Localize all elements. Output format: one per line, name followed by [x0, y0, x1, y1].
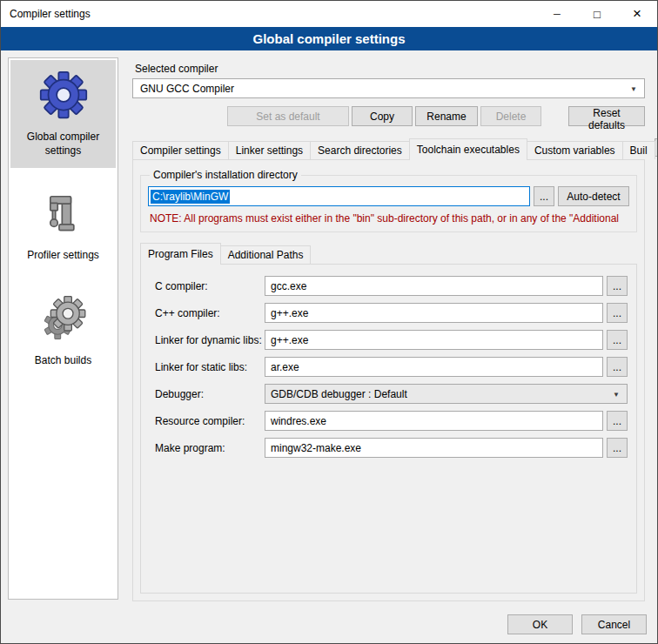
copy-button[interactable]: Copy	[352, 106, 413, 126]
main-area: Selected compiler GNU GCC Compiler ▼ Set…	[127, 57, 650, 610]
static-linker-input[interactable]: ar.exe	[265, 357, 603, 377]
sidebar-item-label: Global compiler settings	[13, 131, 113, 158]
c-compiler-label: C compiler:	[155, 280, 265, 292]
field-row-static-linker: Linker for static libs: ar.exe ...	[155, 357, 628, 377]
install-dir-input[interactable]: C:\raylib\MinGW	[148, 186, 530, 206]
close-button[interactable]: ×	[617, 1, 657, 27]
dialog-content: Global compiler settings	[1, 50, 657, 610]
sidebar-item-label: Profiler settings	[27, 249, 99, 263]
tab-search-directories[interactable]: Search directories	[310, 141, 410, 159]
toolchain-executables-panel: Compiler's installation directory C:\ray…	[132, 159, 645, 601]
maximize-icon: □	[594, 8, 601, 21]
page-header: Global compiler settings	[1, 27, 657, 50]
set-as-default-button[interactable]: Set as default	[227, 106, 349, 126]
close-icon: ×	[633, 5, 641, 23]
autodetect-button[interactable]: Auto-detect	[558, 186, 629, 206]
field-row-make-program: Make program: mingw32-make.exe ...	[155, 438, 628, 458]
chevron-down-icon: ▼	[613, 390, 620, 398]
dynamic-linker-browse-button[interactable]: ...	[607, 330, 628, 350]
program-subtabs: Program Files Additional Paths	[140, 242, 637, 264]
note-text: NOTE: All programs must exist either in …	[150, 212, 628, 225]
ok-button[interactable]: OK	[507, 614, 573, 634]
minimize-button[interactable]: ─	[537, 1, 577, 27]
cpp-compiler-label: C++ compiler:	[155, 307, 265, 319]
cpp-compiler-input[interactable]: g++.exe	[265, 303, 603, 323]
make-program-label: Make program:	[155, 442, 265, 454]
field-row-debugger: Debugger: GDB/CDB debugger : Default ▼	[155, 384, 628, 404]
c-compiler-browse-button[interactable]: ...	[607, 276, 628, 296]
sidebar-item-profiler-settings[interactable]: Profiler settings	[10, 180, 116, 273]
install-dir-group: Compiler's installation directory C:\ray…	[140, 169, 637, 232]
sidebar-item-label: Batch builds	[35, 354, 91, 368]
window-controls: ─ □ ×	[537, 1, 657, 27]
static-linker-browse-button[interactable]: ...	[607, 357, 628, 377]
debugger-value: GDB/CDB debugger : Default	[271, 388, 407, 400]
tab-linker-settings[interactable]: Linker settings	[228, 141, 311, 159]
dynamic-linker-input[interactable]: g++.exe	[265, 330, 603, 350]
subtab-additional-paths[interactable]: Additional Paths	[220, 245, 312, 264]
delete-button[interactable]: Delete	[480, 106, 541, 126]
profiler-icon	[40, 191, 87, 241]
compiler-settings-window: Compiler settings ─ □ × Global compiler …	[0, 0, 658, 644]
field-row-c-compiler: C compiler: gcc.exe ...	[155, 276, 628, 296]
tab-custom-variables[interactable]: Custom variables	[527, 141, 623, 159]
sidebar-item-batch-builds[interactable]: Batch builds	[10, 285, 116, 379]
field-row-cpp-compiler: C++ compiler: g++.exe ...	[155, 303, 628, 323]
window-title: Compiler settings	[1, 1, 537, 27]
tab-toolchain-executables[interactable]: Toolchain executables	[409, 138, 527, 160]
maximize-button[interactable]: □	[577, 1, 617, 27]
debugger-dropdown[interactable]: GDB/CDB debugger : Default ▼	[265, 384, 628, 404]
selected-compiler-value: GNU GCC Compiler	[140, 83, 234, 95]
sidebar-item-global-compiler-settings[interactable]: Global compiler settings	[10, 60, 116, 168]
cancel-button[interactable]: Cancel	[581, 614, 647, 634]
compiler-buttons-row: Set as default Copy Rename Delete Reset …	[132, 106, 645, 126]
sidebar: Global compiler settings	[8, 57, 118, 600]
cpp-compiler-browse-button[interactable]: ...	[607, 303, 628, 323]
tabstrip: Compiler settings Linker settings Search…	[132, 138, 645, 159]
titlebar: Compiler settings ─ □ ×	[1, 1, 657, 27]
resource-compiler-input[interactable]: windres.exe	[265, 411, 603, 431]
field-row-dynamic-linker: Linker for dynamic libs: g++.exe ...	[155, 330, 628, 350]
make-program-browse-button[interactable]: ...	[607, 438, 628, 458]
install-dir-browse-button[interactable]: ...	[534, 186, 554, 206]
subtab-program-files[interactable]: Program Files	[140, 243, 221, 265]
dialog-footer: OK Cancel	[1, 610, 657, 643]
tab-build-truncated[interactable]: Buil	[622, 141, 655, 159]
dynamic-linker-label: Linker for dynamic libs:	[155, 334, 265, 346]
install-dir-row: C:\raylib\MinGW ... Auto-detect	[148, 186, 629, 206]
batch-builds-icon	[40, 296, 87, 346]
tab-compiler-settings[interactable]: Compiler settings	[132, 141, 229, 159]
selected-compiler-dropdown[interactable]: GNU GCC Compiler ▼	[132, 78, 645, 98]
c-compiler-input[interactable]: gcc.exe	[265, 276, 603, 296]
minimize-icon: ─	[554, 9, 561, 19]
resource-compiler-browse-button[interactable]: ...	[607, 411, 628, 431]
static-linker-label: Linker for static libs:	[155, 361, 265, 373]
rename-button[interactable]: Rename	[415, 106, 478, 126]
install-dir-group-title: Compiler's installation directory	[150, 169, 301, 181]
field-row-resource-compiler: Resource compiler: windres.exe ...	[155, 411, 628, 431]
program-files-panel: C compiler: gcc.exe ... C++ compiler: g+…	[140, 264, 637, 594]
chevron-down-icon: ▼	[630, 84, 637, 92]
resource-compiler-label: Resource compiler:	[155, 415, 265, 427]
debugger-label: Debugger:	[155, 388, 265, 400]
make-program-input[interactable]: mingw32-make.exe	[265, 438, 603, 458]
selected-compiler-label: Selected compiler	[135, 63, 645, 75]
reset-defaults-button[interactable]: Reset defaults	[568, 106, 645, 126]
install-dir-value: C:\raylib\MinGW	[151, 190, 230, 204]
gear-icon	[39, 70, 88, 123]
